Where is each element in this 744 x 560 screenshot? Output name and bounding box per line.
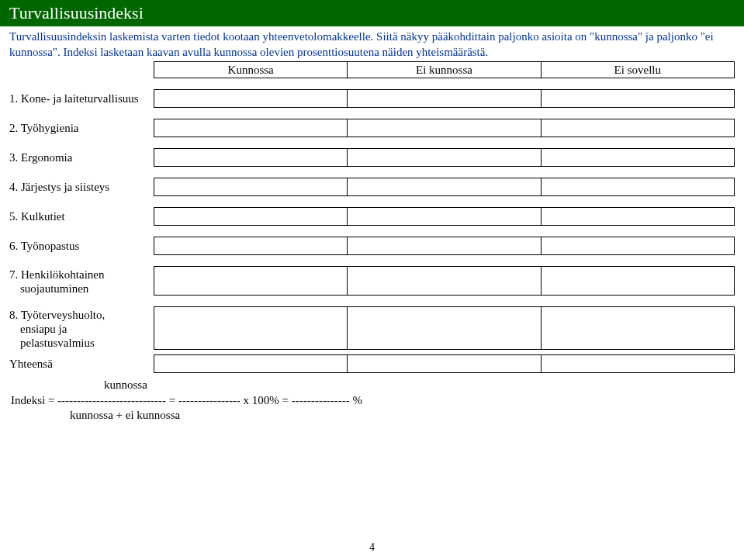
formula-denominator: kunnossa + ei kunnossa bbox=[11, 408, 735, 423]
cell-ei-sovellu bbox=[542, 178, 735, 196]
table-row: 5. Kulkutiet bbox=[9, 207, 735, 226]
column-header-kunnossa: Kunnossa bbox=[154, 61, 348, 78]
row-label: 6. Työnopastus bbox=[9, 237, 154, 255]
formula-line: Indeksi = ---------------------------- =… bbox=[11, 393, 735, 409]
cell-kunnossa bbox=[154, 306, 348, 350]
table-row: 6. Työnopastus bbox=[9, 237, 735, 255]
row-label-line3: pelastusvalmius bbox=[9, 337, 95, 349]
table-row: 4. Järjestys ja siisteys bbox=[9, 178, 735, 196]
table-row: 8. Työterveyshuolto, ensiapu ja pelastus… bbox=[9, 306, 735, 350]
cell-kunnossa bbox=[154, 178, 348, 196]
cell-ei-kunnossa bbox=[348, 89, 541, 108]
cell-ei-kunnossa bbox=[348, 306, 541, 350]
cell-ei-kunnossa bbox=[348, 237, 541, 255]
table-row: 1. Kone- ja laiteturvallisuus bbox=[9, 89, 735, 108]
column-header-ei-kunnossa: Ei kunnossa bbox=[348, 61, 541, 78]
cell-ei-kunnossa bbox=[348, 354, 541, 373]
cell-kunnossa bbox=[154, 207, 348, 226]
row-label: 1. Kone- ja laiteturvallisuus bbox=[9, 89, 154, 108]
page-title-bar: Turvallisuusindeksi bbox=[0, 0, 744, 26]
index-formula: kunnossa Indeksi = ---------------------… bbox=[9, 378, 735, 423]
cell-ei-sovellu bbox=[542, 354, 735, 373]
cell-ei-kunnossa bbox=[348, 178, 541, 196]
table-row-total: Yhteensä bbox=[9, 354, 735, 373]
cell-ei-kunnossa bbox=[348, 207, 541, 226]
cell-ei-sovellu bbox=[542, 89, 735, 108]
row-label-line2: ensiapu ja bbox=[9, 323, 67, 335]
cell-ei-kunnossa bbox=[348, 266, 541, 296]
table-row: 7. Henkilökohtainen suojautuminen bbox=[9, 266, 735, 296]
cell-kunnossa bbox=[154, 354, 348, 373]
page-title: Turvallisuusindeksi bbox=[9, 3, 144, 22]
row-label-line1: 7. Henkilökohtainen bbox=[9, 268, 104, 281]
column-headers-row: Kunnossa Ei kunnossa Ei sovellu bbox=[9, 61, 735, 78]
intro-paragraph: Turvallisuusindeksin laskemista varten t… bbox=[9, 29, 735, 60]
page-number: 4 bbox=[0, 541, 744, 554]
row-label: 8. Työterveyshuolto, ensiapu ja pelastus… bbox=[9, 306, 154, 350]
index-table: Kunnossa Ei kunnossa Ei sovellu 1. Kone-… bbox=[9, 61, 735, 373]
cell-ei-sovellu bbox=[542, 148, 735, 167]
content-area: Turvallisuusindeksin laskemista varten t… bbox=[0, 26, 744, 423]
cell-ei-sovellu bbox=[542, 306, 735, 350]
cell-ei-sovellu bbox=[542, 119, 735, 137]
cell-ei-sovellu bbox=[542, 237, 735, 255]
table-row: 3. Ergonomia bbox=[9, 148, 735, 167]
row-label: 7. Henkilökohtainen suojautuminen bbox=[9, 266, 154, 296]
cell-ei-kunnossa bbox=[348, 148, 541, 167]
cell-ei-kunnossa bbox=[348, 119, 541, 137]
formula-numerator: kunnossa bbox=[11, 378, 735, 393]
row-label: 4. Järjestys ja siisteys bbox=[9, 178, 154, 196]
cell-ei-sovellu bbox=[542, 266, 735, 296]
cell-ei-sovellu bbox=[542, 207, 735, 226]
row-label: 5. Kulkutiet bbox=[9, 207, 154, 226]
cell-kunnossa bbox=[154, 148, 348, 167]
column-header-ei-sovellu: Ei sovellu bbox=[542, 61, 735, 78]
cell-kunnossa bbox=[154, 89, 348, 108]
row-label: 3. Ergonomia bbox=[9, 148, 154, 167]
cell-kunnossa bbox=[154, 266, 348, 296]
row-label-line2: suojautuminen bbox=[9, 282, 88, 295]
row-label-line1: 8. Työterveyshuolto, bbox=[9, 309, 105, 321]
table-row: 2. Työhygienia bbox=[9, 119, 735, 137]
row-label: 2. Työhygienia bbox=[9, 119, 154, 137]
row-label-total: Yhteensä bbox=[9, 354, 154, 373]
cell-kunnossa bbox=[154, 237, 348, 255]
cell-kunnossa bbox=[154, 119, 348, 137]
